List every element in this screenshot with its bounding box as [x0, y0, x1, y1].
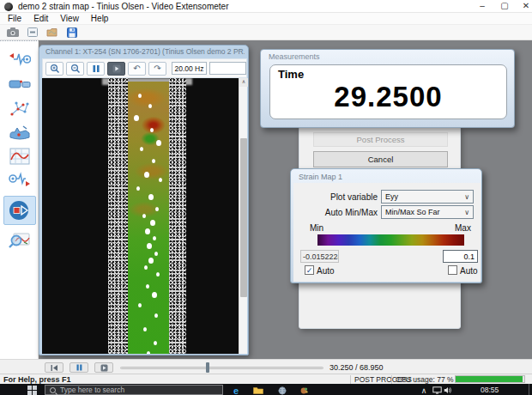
strain-gradient-bar [317, 234, 464, 246]
playback-slider-track[interactable] [120, 367, 323, 369]
close-button[interactable]: ✕ [517, 0, 532, 12]
review-results-icon[interactable] [7, 228, 33, 251]
strain-map-title: Strain Map 1 [299, 173, 342, 181]
zoom-in-icon[interactable] [45, 62, 63, 76]
menu-edit[interactable]: Edit [33, 14, 48, 23]
camera-icon[interactable] [5, 27, 20, 39]
display-tray-icon[interactable] [431, 386, 443, 395]
redo-icon[interactable]: ↷ [148, 62, 166, 76]
measurement-label: Time [278, 68, 304, 81]
specimen-left-edge [108, 78, 128, 354]
playback-position: 30.250 / 68.950 [329, 363, 384, 372]
show-desktop-button[interactable] [529, 384, 529, 395]
measurement-display: Time 29.2500 [269, 64, 507, 119]
chart-icon[interactable] [7, 145, 33, 167]
specimen-right-edge [169, 78, 186, 354]
menu-help[interactable]: Help [91, 14, 109, 23]
app-shortcut-icon[interactable] [299, 386, 311, 395]
play-playback-icon[interactable] [94, 362, 113, 373]
channel-window-title: Channel 1: XT-254 (SN 1706-2701) (Tinius… [45, 47, 245, 56]
auto-max-checkbox[interactable] [448, 265, 457, 275]
video-scrollbar[interactable]: ∧ [239, 78, 247, 354]
browser-globe-icon[interactable] [276, 386, 288, 395]
channel-window: Channel 1: XT-254 (SN 1706-2701) (Tinius… [39, 45, 249, 356]
extensometer-icon[interactable] [7, 74, 33, 96]
help-status: For Help, press F1 [3, 375, 71, 384]
scrollbar-thumb[interactable] [240, 138, 247, 297]
scroll-up-icon[interactable]: ∧ [239, 78, 248, 87]
auto-min-label: Auto [317, 266, 335, 276]
play-icon[interactable] [107, 62, 125, 76]
main-toolbar [0, 25, 532, 40]
strain-map-overlay [128, 82, 169, 354]
skip-start-icon[interactable] [45, 362, 63, 373]
speckle-markers [138, 94, 142, 98]
volume-tray-icon[interactable] [442, 386, 454, 395]
menu-bar: File Edit View Help [0, 13, 532, 25]
max-value-field[interactable]: 0.1 [443, 250, 478, 263]
application-window: demo 2 strain map - Tinius Olsen - Video… [0, 0, 532, 395]
signal-output-icon[interactable] [7, 168, 33, 191]
status-bar: For Help, press F1 POST PROCESS CPU usag… [0, 374, 532, 384]
auto-minmax-label: Auto Min/Max [311, 208, 378, 217]
playback-bar: 30.250 / 68.950 [0, 359, 532, 374]
window-title: demo 2 strain map - Tinius Olsen - Video… [18, 2, 228, 11]
auto-minmax-value: Min/Max So Far [385, 208, 440, 216]
windows-taskbar: Type here to search e ∧ 08:55 [0, 384, 532, 395]
plot-variable-value: Eyy [385, 192, 398, 201]
min-value-field[interactable]: -0.0152224 [300, 250, 339, 263]
file-explorer-icon[interactable] [252, 386, 264, 395]
plot-variable-select[interactable]: Eyy ∨ [381, 190, 474, 204]
auto-minmax-select[interactable]: Min/Max So Far ∨ [381, 205, 474, 219]
cancel-button[interactable]: Cancel [313, 151, 448, 167]
auto-max-label: Auto [460, 266, 478, 276]
menu-view[interactable]: View [60, 14, 79, 23]
undo-icon[interactable]: ↶ [128, 62, 146, 76]
app-icon [4, 3, 13, 11]
measurement-value: 29.2500 [270, 81, 506, 113]
machine-setup-icon[interactable] [7, 122, 33, 144]
measurements-window: Measurements Time 29.2500 [260, 49, 515, 128]
channel-toolbar: ↶ ↷ 20.00 Hz [42, 58, 247, 78]
secondary-field[interactable] [209, 62, 246, 75]
pause-playback-icon[interactable] [70, 362, 88, 373]
record-settings-icon[interactable] [25, 27, 39, 39]
post-process-button[interactable]: Post Process [313, 132, 448, 147]
min-label: Min [310, 223, 323, 233]
zoom-out-icon[interactable] [66, 62, 84, 76]
record-playback-icon[interactable] [3, 196, 36, 225]
playback-slider-thumb[interactable] [206, 362, 209, 373]
measurements-title: Measurements [269, 52, 320, 61]
side-toolbar [0, 40, 39, 359]
cpu-progress-fill [456, 376, 523, 382]
start-button-icon[interactable] [27, 386, 38, 395]
video-frame[interactable] [42, 78, 239, 354]
search-placeholder: Type here to search [60, 386, 124, 394]
clock[interactable]: 08:55 [481, 386, 499, 394]
tray-expand-icon[interactable]: ∧ [418, 386, 430, 395]
title-bar[interactable]: demo 2 strain map - Tinius Olsen - Video… [0, 0, 532, 13]
cpu-progress-bar [455, 375, 525, 383]
save-icon[interactable] [64, 27, 79, 39]
menu-file[interactable]: File [8, 14, 21, 23]
auto-min-checkbox[interactable]: ✓ [305, 265, 314, 275]
minimize-button[interactable]: – [473, 0, 492, 12]
plot-variable-label: Plot variable [311, 192, 378, 202]
max-label: Max [455, 223, 471, 233]
frequency-field[interactable]: 20.00 Hz [172, 62, 207, 75]
strain-map-body: Plot variable Eyy ∨ Auto Min/Max Min/Max… [293, 183, 481, 282]
pause-icon[interactable] [87, 62, 105, 76]
cpu-usage-status: CPU usage: 77 % [391, 375, 454, 384]
workspace: Channel 1: XT-254 (SN 1706-2701) (Tinius… [0, 40, 532, 359]
point-mesh-icon[interactable] [7, 98, 33, 120]
maximize-button[interactable]: ▢ [495, 0, 514, 12]
search-icon [50, 387, 56, 393]
strain-map-dialog: Strain Map 1 Plot variable Eyy ∨ Auto Mi… [290, 168, 482, 283]
export-image-icon[interactable] [45, 27, 59, 39]
live-signal-icon[interactable] [7, 48, 33, 70]
edge-browser-icon[interactable]: e [230, 386, 242, 395]
taskbar-search-input[interactable]: Type here to search [45, 385, 223, 395]
chevron-down-icon: ∨ [464, 193, 469, 201]
chevron-down-icon: ∨ [464, 209, 469, 216]
